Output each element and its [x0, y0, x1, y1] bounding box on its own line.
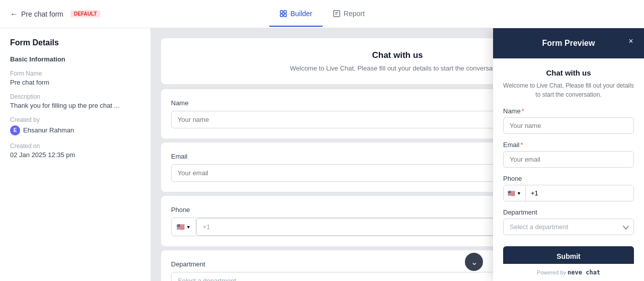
tab-report[interactable]: Report: [323, 2, 375, 27]
preview-header: × Form Preview: [493, 28, 644, 58]
close-button[interactable]: ×: [625, 35, 637, 47]
left-panel: Form Details Basic Information Form Name…: [0, 28, 151, 281]
svg-rect-2: [280, 14, 283, 17]
preview-phone-input[interactable]: [526, 185, 633, 201]
required-asterisk: *: [522, 107, 524, 115]
back-arrow-icon: ←: [10, 10, 18, 19]
flag-emoji: 🇺🇸: [177, 223, 185, 231]
field-value-created-on: 02 Jan 2025 12:35 pm: [10, 151, 140, 159]
back-button[interactable]: ← Pre chat form DEFAULT: [10, 10, 100, 19]
preview-chevron-icon: ▼: [517, 191, 521, 196]
preview-email-field: Email *: [503, 141, 634, 168]
avatar: E: [10, 125, 20, 135]
preview-department-field: Department Select a department: [503, 208, 634, 235]
preview-title: Form Preview: [542, 39, 595, 48]
field-label-description: Description: [10, 93, 140, 100]
chevron-icon: ▼: [186, 225, 191, 230]
svg-rect-0: [280, 11, 283, 13]
nav-tabs: Builder Report: [269, 2, 375, 27]
tab-builder[interactable]: Builder: [269, 2, 323, 27]
preview-phone-row: 🇺🇸 ▼: [503, 185, 634, 201]
preview-footer: Powered by neve chat: [493, 264, 644, 281]
svg-rect-3: [284, 14, 286, 17]
submit-button[interactable]: Submit: [503, 246, 634, 264]
preview-department-label: Department: [503, 208, 634, 216]
preview-email-label: Email *: [503, 141, 634, 149]
preview-phone-field: Phone 🇺🇸 ▼: [503, 175, 634, 201]
preview-phone-flag[interactable]: 🇺🇸 ▼: [504, 186, 526, 201]
field-label-created-by: Created by: [10, 116, 140, 123]
brand-name: neve chat: [568, 269, 600, 276]
default-badge: DEFAULT: [70, 10, 100, 18]
field-label-created-on: Created on: [10, 143, 140, 150]
preview-chat-title: Chat with us: [503, 68, 634, 77]
preview-phone-label: Phone: [503, 175, 634, 182]
field-form-name: Form Name Pre chat form: [10, 70, 140, 86]
phone-flag[interactable]: 🇺🇸 ▼: [172, 219, 196, 235]
preview-email-input[interactable]: [503, 151, 634, 168]
basic-info-title: Basic Information: [10, 55, 140, 63]
top-nav: ← Pre chat form DEFAULT Builder Report: [0, 0, 644, 28]
report-tab-label: Report: [344, 10, 365, 18]
builder-icon: [279, 10, 287, 18]
creator-name: Ehsanur Rahman: [23, 126, 74, 134]
builder-tab-label: Builder: [290, 10, 312, 18]
field-value-created-by: E Ehsanur Rahman: [10, 125, 74, 135]
report-icon: [333, 10, 341, 18]
preview-body: Chat with us Welcome to Live Chat, Pleas…: [493, 58, 644, 264]
field-created-on: Created on 02 Jan 2025 12:35 pm: [10, 143, 140, 159]
preview-department-select[interactable]: Select a department: [503, 219, 634, 235]
preview-name-label: Name *: [503, 107, 634, 115]
preview-dept-wrap: Select a department: [503, 219, 634, 235]
main-wrapper: Form Details Basic Information Form Name…: [0, 28, 644, 281]
field-value-description: Thank you for filling up the pre chat ..…: [10, 102, 140, 109]
svg-rect-1: [284, 11, 286, 13]
field-label-form-name: Form Name: [10, 70, 140, 77]
preview-panel: × Form Preview Chat with us Welcome to L…: [493, 28, 644, 281]
field-created-by: Created by E Ehsanur Rahman: [10, 116, 140, 135]
required-asterisk-email: *: [521, 141, 523, 149]
form-name-nav: Pre chat form: [21, 10, 63, 18]
preview-name-field: Name *: [503, 107, 634, 134]
scroll-down-icon: ⌄: [471, 257, 477, 267]
field-value-form-name: Pre chat form: [10, 79, 140, 86]
preview-chat-subtitle: Welcome to Live Chat, Please fill out yo…: [503, 81, 634, 99]
preview-flag-emoji: 🇺🇸: [508, 190, 515, 197]
scroll-down-button[interactable]: ⌄: [465, 253, 483, 271]
form-details-title: Form Details: [10, 38, 140, 47]
preview-name-input[interactable]: [503, 117, 634, 134]
field-description: Description Thank you for filling up the…: [10, 93, 140, 109]
svg-rect-4: [334, 11, 340, 17]
powered-by-text: Powered by: [537, 269, 566, 275]
